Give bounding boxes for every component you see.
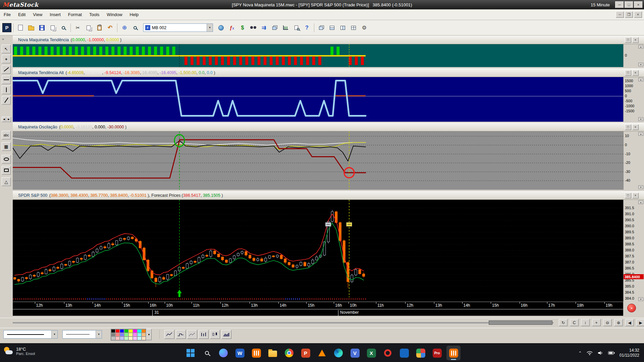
panel-header-tendencia-alt[interactable]: Maquineta Tendência Alt (-4.65009, -2.11…: [13, 68, 644, 77]
templates-button[interactable]: [269, 23, 280, 33]
undo-button[interactable]: ↶: [105, 23, 115, 33]
panel-scale-down-button[interactable]: ▼: [638, 297, 643, 301]
palette-color[interactable]: [128, 329, 133, 333]
taskbar-powerpoint-button[interactable]: P: [299, 346, 313, 360]
panel-scale-down-button[interactable]: ▼: [638, 63, 643, 66]
child-restore-button[interactable]: ❐: [625, 11, 633, 18]
tool-fibonacci[interactable]: [2, 96, 11, 105]
taskbar-photos-button[interactable]: [414, 346, 428, 360]
panel-close-button[interactable]: ×: [632, 124, 639, 130]
explorer-button[interactable]: [216, 23, 226, 33]
palette-color[interactable]: [128, 337, 133, 340]
taskbar-chrome-button[interactable]: [282, 346, 296, 360]
delete-cursor-icon[interactable]: ×: [627, 304, 636, 312]
palette-color[interactable]: [137, 337, 142, 340]
taskbar-start-button[interactable]: [183, 346, 198, 360]
taskbar-office-button[interactable]: [397, 346, 411, 360]
panel-header-oscilacao[interactable]: Maquineta Oscilação (0.0000, -3.16131, 0…: [13, 123, 644, 131]
child-close-button[interactable]: ×: [634, 11, 642, 18]
tool-crosshair[interactable]: +: [2, 55, 11, 63]
taskbar-word-button[interactable]: W: [233, 346, 247, 360]
palette-color[interactable]: [124, 337, 128, 340]
close-button[interactable]: ×: [634, 1, 643, 8]
paste-button[interactable]: [94, 23, 105, 33]
crosshair-button[interactable]: ⊕: [119, 23, 130, 33]
chart-oscilacao[interactable]: [13, 131, 623, 190]
taskbar-copilot-button[interactable]: [216, 346, 230, 360]
palette-color[interactable]: [124, 333, 128, 337]
panel-scale-up-button[interactable]: ▲: [638, 200, 643, 204]
tool-horizontal-line[interactable]: [2, 75, 11, 84]
palette-color[interactable]: [142, 329, 146, 333]
panel-restore-button[interactable]: □: [625, 70, 631, 76]
taskbar-explorer-button[interactable]: [266, 346, 280, 360]
save-button[interactable]: [37, 23, 47, 33]
menu-view[interactable]: View: [29, 10, 46, 19]
chart-price[interactable]: [13, 200, 623, 302]
pan-button[interactable]: +: [592, 319, 601, 326]
tool-triangle[interactable]: △: [2, 177, 11, 186]
taskbar-opera-button[interactable]: [381, 346, 395, 360]
combo-dropdown-arrow[interactable]: ▼: [207, 24, 213, 32]
palette-color[interactable]: [128, 333, 133, 337]
zoom-in-button[interactable]: ⊕: [614, 319, 623, 326]
print-preview-button[interactable]: [58, 23, 69, 33]
menu-format[interactable]: Format: [64, 10, 86, 19]
system-tester-button[interactable]: $: [237, 23, 248, 33]
tray-chevron-icon[interactable]: ⌃: [578, 351, 582, 356]
window-cascade-button[interactable]: [316, 23, 327, 33]
expert-advisor-button[interactable]: ⇉: [259, 23, 269, 33]
tools-scroll-left[interactable]: ◀: [2, 117, 6, 122]
time-axis[interactable]: 12h13h14h15h16h10h11h12h13h14h15h16h10h1…: [13, 302, 623, 309]
taskbar-visualstudio-button[interactable]: V: [348, 346, 362, 360]
panel-header-tendencia[interactable]: Nova Maquineta Tendência (0.0000, -1.000…: [13, 36, 644, 44]
window-grid-button[interactable]: [348, 23, 359, 33]
panel-scale-down-button[interactable]: ▼: [638, 117, 643, 121]
taskbar-metastock-active-button[interactable]: [446, 346, 461, 360]
panel-restore-button[interactable]: □: [625, 124, 631, 130]
panel-scale-up-button[interactable]: ▲: [638, 45, 643, 49]
tool-trendline[interactable]: [2, 65, 11, 74]
power-console-button[interactable]: P: [2, 23, 11, 32]
cut-button[interactable]: ✂: [72, 23, 83, 33]
zoom-tool-button[interactable]: [130, 23, 141, 33]
indicator-builder-button[interactable]: ƒx: [226, 23, 237, 33]
chart-tendencia[interactable]: [13, 44, 623, 67]
panel-scale-down-button[interactable]: ▼: [638, 185, 643, 189]
menu-window[interactable]: Window: [103, 10, 126, 19]
zoom-doc-button[interactable]: [291, 23, 302, 33]
panel-close-button[interactable]: ×: [632, 70, 639, 76]
panel-scale-up-button[interactable]: ▲: [638, 78, 643, 81]
palette-color[interactable]: [142, 333, 146, 337]
menu-tools[interactable]: Tools: [86, 10, 103, 19]
palette-color[interactable]: [115, 329, 120, 333]
style-area-plot-button[interactable]: [221, 330, 231, 339]
menu-insert[interactable]: Insert: [46, 10, 64, 19]
window-tile-vertical-button[interactable]: [337, 23, 348, 33]
scroll-right-button[interactable]: ▶: [636, 319, 644, 326]
panel-restore-button[interactable]: □: [625, 193, 631, 198]
taskbar-metastock-button[interactable]: [249, 346, 263, 360]
palette-color[interactable]: [137, 329, 142, 333]
volume-icon[interactable]: [597, 351, 603, 355]
tool-grid[interactable]: ▦: [2, 142, 11, 151]
taskbar-search-button[interactable]: [200, 346, 214, 360]
scroll-left-button[interactable]: ◀: [625, 319, 634, 326]
child-minimize-button[interactable]: ─: [616, 11, 624, 18]
style-line-plot-button[interactable]: [164, 330, 174, 339]
weather-widget[interactable]: 18°C Parc. Ensol: [3, 346, 35, 356]
toolbar-overflow-chevrons[interactable]: »: [2, 37, 4, 41]
copy-button[interactable]: [83, 23, 94, 33]
forecaster-button[interactable]: [280, 23, 291, 33]
panel-restore-button[interactable]: □: [625, 37, 631, 43]
palette-color[interactable]: [124, 329, 128, 333]
palette-color[interactable]: [115, 333, 120, 337]
menu-edit[interactable]: Edit: [14, 10, 29, 19]
zoom-out-button[interactable]: ⊖: [603, 319, 612, 326]
palette-color[interactable]: [120, 333, 124, 337]
fit-vertical-button[interactable]: ↕: [581, 319, 590, 326]
scrollbar-track[interactable]: [13, 322, 553, 323]
panel-header-price[interactable]: SPDR S&P 500 (386.3800, 386.4300, 385.77…: [13, 191, 644, 200]
palette-color[interactable]: [120, 329, 124, 333]
panel-scale-up-button[interactable]: ▲: [638, 132, 643, 136]
